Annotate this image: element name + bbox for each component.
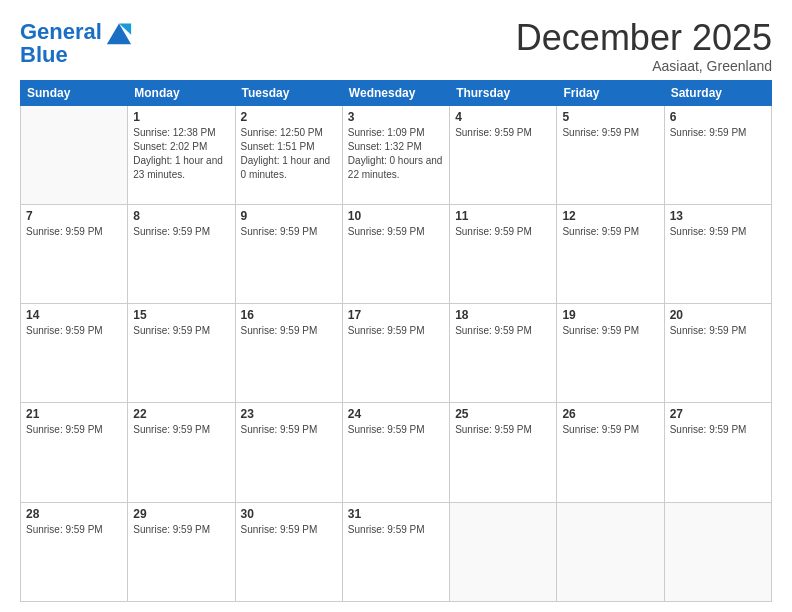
calendar-day-cell: 30Sunrise: 9:59 PM <box>235 502 342 601</box>
calendar-day-cell: 29Sunrise: 9:59 PM <box>128 502 235 601</box>
day-info: Sunrise: 9:59 PM <box>241 423 337 437</box>
day-info: Sunrise: 12:50 PM Sunset: 1:51 PM Daylig… <box>241 126 337 182</box>
calendar-week-row: 1Sunrise: 12:38 PM Sunset: 2:02 PM Dayli… <box>21 105 772 204</box>
day-info: Sunrise: 9:59 PM <box>562 225 658 239</box>
calendar-day-cell: 16Sunrise: 9:59 PM <box>235 304 342 403</box>
day-number: 8 <box>133 209 229 223</box>
day-info: Sunrise: 9:59 PM <box>670 126 766 140</box>
calendar-day-cell: 13Sunrise: 9:59 PM <box>664 204 771 303</box>
day-number: 5 <box>562 110 658 124</box>
day-info: Sunrise: 9:59 PM <box>348 523 444 537</box>
day-info: Sunrise: 9:59 PM <box>241 225 337 239</box>
day-number: 10 <box>348 209 444 223</box>
day-number: 14 <box>26 308 122 322</box>
calendar-header-row: Sunday Monday Tuesday Wednesday Thursday… <box>21 80 772 105</box>
day-info: Sunrise: 1:09 PM Sunset: 1:32 PM Dayligh… <box>348 126 444 182</box>
day-info: Sunrise: 9:59 PM <box>241 523 337 537</box>
day-number: 19 <box>562 308 658 322</box>
day-info: Sunrise: 9:59 PM <box>455 126 551 140</box>
calendar-day-cell <box>21 105 128 204</box>
day-number: 6 <box>670 110 766 124</box>
calendar-day-cell: 21Sunrise: 9:59 PM <box>21 403 128 502</box>
day-number: 22 <box>133 407 229 421</box>
calendar-day-cell: 5Sunrise: 9:59 PM <box>557 105 664 204</box>
day-info: Sunrise: 12:38 PM Sunset: 2:02 PM Daylig… <box>133 126 229 182</box>
calendar-day-cell <box>557 502 664 601</box>
calendar-title: December 2025 <box>516 18 772 58</box>
day-number: 1 <box>133 110 229 124</box>
day-info: Sunrise: 9:59 PM <box>455 423 551 437</box>
calendar-subtitle: Aasiaat, Greenland <box>516 58 772 74</box>
calendar-day-cell: 6Sunrise: 9:59 PM <box>664 105 771 204</box>
calendar-week-row: 14Sunrise: 9:59 PM15Sunrise: 9:59 PM16Su… <box>21 304 772 403</box>
day-number: 13 <box>670 209 766 223</box>
day-info: Sunrise: 9:59 PM <box>455 324 551 338</box>
calendar-day-cell: 2Sunrise: 12:50 PM Sunset: 1:51 PM Dayli… <box>235 105 342 204</box>
day-info: Sunrise: 9:59 PM <box>670 324 766 338</box>
col-thursday: Thursday <box>450 80 557 105</box>
day-number: 25 <box>455 407 551 421</box>
day-info: Sunrise: 9:59 PM <box>562 423 658 437</box>
day-info: Sunrise: 9:59 PM <box>26 324 122 338</box>
day-info: Sunrise: 9:59 PM <box>241 324 337 338</box>
col-tuesday: Tuesday <box>235 80 342 105</box>
logo-icon <box>105 18 133 46</box>
day-info: Sunrise: 9:59 PM <box>133 423 229 437</box>
calendar-day-cell: 8Sunrise: 9:59 PM <box>128 204 235 303</box>
day-number: 26 <box>562 407 658 421</box>
calendar-day-cell: 20Sunrise: 9:59 PM <box>664 304 771 403</box>
day-number: 24 <box>348 407 444 421</box>
logo: General Blue <box>20 18 133 68</box>
day-info: Sunrise: 9:59 PM <box>670 423 766 437</box>
day-number: 28 <box>26 507 122 521</box>
calendar-day-cell: 11Sunrise: 9:59 PM <box>450 204 557 303</box>
col-saturday: Saturday <box>664 80 771 105</box>
day-number: 21 <box>26 407 122 421</box>
calendar-day-cell: 3Sunrise: 1:09 PM Sunset: 1:32 PM Daylig… <box>342 105 449 204</box>
calendar-day-cell: 24Sunrise: 9:59 PM <box>342 403 449 502</box>
day-info: Sunrise: 9:59 PM <box>348 423 444 437</box>
calendar-week-row: 28Sunrise: 9:59 PM29Sunrise: 9:59 PM30Su… <box>21 502 772 601</box>
calendar-day-cell: 12Sunrise: 9:59 PM <box>557 204 664 303</box>
day-info: Sunrise: 9:59 PM <box>133 225 229 239</box>
day-info: Sunrise: 9:59 PM <box>133 523 229 537</box>
calendar-week-row: 21Sunrise: 9:59 PM22Sunrise: 9:59 PM23Su… <box>21 403 772 502</box>
day-number: 11 <box>455 209 551 223</box>
calendar-week-row: 7Sunrise: 9:59 PM8Sunrise: 9:59 PM9Sunri… <box>21 204 772 303</box>
calendar-day-cell: 22Sunrise: 9:59 PM <box>128 403 235 502</box>
day-info: Sunrise: 9:59 PM <box>455 225 551 239</box>
day-number: 2 <box>241 110 337 124</box>
calendar-day-cell: 23Sunrise: 9:59 PM <box>235 403 342 502</box>
calendar-day-cell: 28Sunrise: 9:59 PM <box>21 502 128 601</box>
day-number: 18 <box>455 308 551 322</box>
day-number: 9 <box>241 209 337 223</box>
day-number: 29 <box>133 507 229 521</box>
day-info: Sunrise: 9:59 PM <box>26 523 122 537</box>
page: General Blue December 2025 Aasiaat, Gree… <box>0 0 792 612</box>
calendar-table: Sunday Monday Tuesday Wednesday Thursday… <box>20 80 772 602</box>
day-info: Sunrise: 9:59 PM <box>562 126 658 140</box>
calendar-day-cell: 14Sunrise: 9:59 PM <box>21 304 128 403</box>
logo-text: General <box>20 20 102 44</box>
day-number: 7 <box>26 209 122 223</box>
calendar-day-cell: 9Sunrise: 9:59 PM <box>235 204 342 303</box>
col-wednesday: Wednesday <box>342 80 449 105</box>
calendar-day-cell: 26Sunrise: 9:59 PM <box>557 403 664 502</box>
day-number: 15 <box>133 308 229 322</box>
calendar-day-cell: 1Sunrise: 12:38 PM Sunset: 2:02 PM Dayli… <box>128 105 235 204</box>
day-info: Sunrise: 9:59 PM <box>670 225 766 239</box>
day-number: 3 <box>348 110 444 124</box>
calendar-day-cell: 15Sunrise: 9:59 PM <box>128 304 235 403</box>
calendar-day-cell: 31Sunrise: 9:59 PM <box>342 502 449 601</box>
calendar-day-cell: 25Sunrise: 9:59 PM <box>450 403 557 502</box>
day-number: 12 <box>562 209 658 223</box>
calendar-day-cell: 4Sunrise: 9:59 PM <box>450 105 557 204</box>
day-number: 27 <box>670 407 766 421</box>
day-number: 31 <box>348 507 444 521</box>
day-info: Sunrise: 9:59 PM <box>562 324 658 338</box>
calendar-day-cell: 17Sunrise: 9:59 PM <box>342 304 449 403</box>
col-sunday: Sunday <box>21 80 128 105</box>
day-info: Sunrise: 9:59 PM <box>348 225 444 239</box>
day-info: Sunrise: 9:59 PM <box>26 423 122 437</box>
day-number: 20 <box>670 308 766 322</box>
